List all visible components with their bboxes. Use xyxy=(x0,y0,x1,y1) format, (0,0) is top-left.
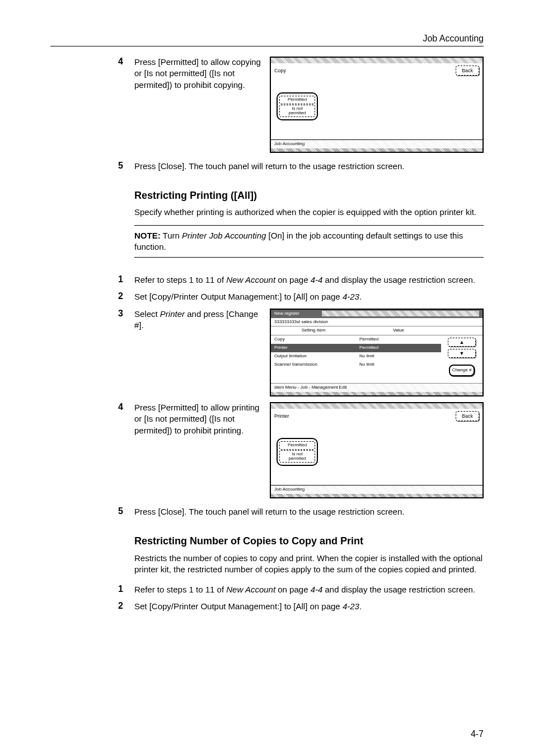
col-header: Setting Item xyxy=(271,326,356,335)
step-text: Refer to steps 1 to 11 of New Account on… xyxy=(134,584,484,595)
scroll-down-button[interactable]: ▼ xyxy=(448,349,476,358)
table-row[interactable]: Output limitationNo limit xyxy=(271,352,441,361)
section-intro: Specify whether printing is authorized w… xyxy=(134,207,484,218)
section-heading: Restricting Number of Copies to Copy and… xyxy=(134,534,484,548)
step-text: Set [Copy/Printer Output Management:] to… xyxy=(134,291,484,302)
permitted-button[interactable]: Permitted xyxy=(279,96,315,104)
account-label: 333333333st sales division xyxy=(271,318,483,327)
tab-label: New register xyxy=(274,311,299,317)
section-heading: Restricting Printing ([All]) xyxy=(134,189,484,202)
option-group: Permitted Is notpermited xyxy=(277,438,318,466)
step-number: 2 xyxy=(50,291,134,301)
table-row[interactable]: Scanner transmissionNo limit xyxy=(271,361,441,369)
back-button[interactable]: Back xyxy=(456,66,479,76)
scroll-up-button[interactable]: ▲ xyxy=(448,338,476,347)
touch-panel-printer: Printer Back Permitted Is notpermited Jo… xyxy=(270,402,484,498)
step-number: 4 xyxy=(50,402,134,412)
step-number: 3 xyxy=(50,309,134,319)
option-group: Permitted Is notpermited xyxy=(277,92,318,120)
step-text: Press [Permitted] to allow printing or [… xyxy=(134,402,262,436)
back-button[interactable]: Back xyxy=(456,411,479,421)
page: Job Accounting 4 Press [Permitted] to al… xyxy=(0,0,534,756)
note-block: NOTE: Turn Printer Job Accounting [On] i… xyxy=(134,225,484,258)
step-number: 5 xyxy=(50,161,134,171)
not-permitted-button[interactable]: Is notpermited xyxy=(279,105,315,118)
table-row[interactable]: PrinterPermitted xyxy=(271,344,441,352)
col-header: Value xyxy=(356,326,441,335)
permitted-button[interactable]: Permitted xyxy=(279,441,315,449)
page-number: 4-7 xyxy=(471,729,484,739)
step-text: Select Printer and press [Change #]. xyxy=(134,309,262,332)
panel-title: Printer xyxy=(274,413,289,419)
step-text: Set [Copy/Printer Output Management:] to… xyxy=(134,601,484,612)
panel-footer: stem Menu - Job - Management Edit xyxy=(271,383,483,392)
not-permitted-button[interactable]: Is notpermited xyxy=(279,450,315,463)
step-number: 5 xyxy=(50,506,134,516)
touch-panel-copy: Copy Back Permitted Is notpermited Job A… xyxy=(270,57,484,153)
step-number: 2 xyxy=(50,601,134,611)
panel-footer: Job Accounting xyxy=(271,139,483,148)
step-text: Refer to steps 1 to 11 of New Account on… xyxy=(134,274,484,286)
step-text: Press [Permitted] to allow copying or [I… xyxy=(134,57,262,91)
step-text: Press [Close]. The touch panel will retu… xyxy=(134,161,484,172)
section-intro: Restricts the number of copies to copy a… xyxy=(134,553,484,576)
step-number: 1 xyxy=(50,274,134,284)
settings-table-panel: New register 333333333st sales division … xyxy=(270,309,484,396)
step-number: 4 xyxy=(50,57,134,67)
panel-footer: Job Accounting xyxy=(271,485,483,494)
step-number: 1 xyxy=(50,584,134,594)
page-header: Job Accounting xyxy=(50,34,484,46)
panel-title: Copy xyxy=(274,67,286,74)
change-button[interactable]: Change # xyxy=(449,365,475,376)
table-row[interactable]: CopyPermitted xyxy=(271,335,441,344)
step-text: Press [Close]. The touch panel will retu… xyxy=(134,506,484,517)
